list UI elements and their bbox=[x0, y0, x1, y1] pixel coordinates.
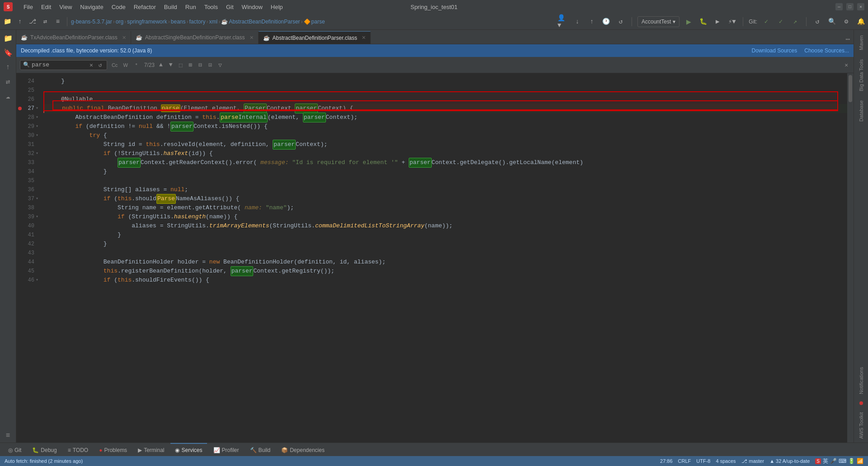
breadcrumb-org[interactable]: org bbox=[116, 19, 123, 25]
choose-sources-link[interactable]: Choose Sources... bbox=[804, 47, 849, 54]
menu-git[interactable]: Git bbox=[222, 3, 237, 11]
project-view-btn[interactable]: 📁 bbox=[2, 16, 13, 27]
breadcrumb-xml[interactable]: xml bbox=[209, 19, 218, 25]
sidebar-pullreq-icon[interactable]: ⇄ bbox=[1, 75, 15, 89]
sidebar-project-icon[interactable]: 📁 bbox=[1, 32, 15, 45]
status-line-ending[interactable]: CRLF bbox=[678, 458, 691, 464]
search-opt3-btn[interactable]: ⊟ bbox=[197, 61, 204, 69]
maximize-button[interactable]: □ bbox=[846, 3, 854, 10]
close-button[interactable]: ✕ bbox=[857, 3, 864, 10]
code-content[interactable]: } @Nullable public final BeanDefinition … bbox=[43, 73, 847, 442]
bottom-tab-debug[interactable]: 🐛 Debug bbox=[28, 443, 61, 456]
big-data-tools-label[interactable]: Big Data Tools bbox=[859, 56, 864, 95]
settings-btn[interactable]: ⚙ bbox=[841, 16, 852, 27]
breadcrumb-jar[interactable]: g-beans-5.3.7.jar bbox=[71, 19, 112, 25]
undo-btn[interactable]: ↺ bbox=[812, 16, 823, 27]
menu-edit[interactable]: Edit bbox=[38, 3, 55, 11]
git-check2[interactable]: ✓ bbox=[775, 16, 786, 27]
tab-abstractbean[interactable]: ☕ AbstractBeanDefinitionParser.class ✕ bbox=[259, 31, 371, 44]
vcs-btn[interactable]: 👤▼ bbox=[557, 16, 568, 27]
fold-46[interactable]: ▾ bbox=[34, 278, 40, 283]
bottom-tab-problems[interactable]: ● Problems bbox=[94, 443, 132, 456]
bottom-tab-git[interactable]: ◎ Git bbox=[4, 443, 26, 456]
fold-27[interactable]: ▾ bbox=[34, 106, 40, 111]
bottom-tab-profiler[interactable]: 📈 Profiler bbox=[209, 443, 244, 456]
sidebar-bookmarks-icon[interactable]: 🔖 bbox=[1, 46, 15, 60]
search-input[interactable] bbox=[32, 61, 86, 68]
search-everywhere-btn[interactable]: 🔍 bbox=[826, 16, 837, 27]
structure-btn[interactable]: ≡ bbox=[52, 16, 63, 27]
run-config-dropdown[interactable]: AccountTest ▾ bbox=[637, 16, 679, 27]
debug-button[interactable]: 🐛 bbox=[698, 16, 708, 27]
search-prev-btn[interactable]: ↺ bbox=[97, 61, 104, 69]
search-options-btn[interactable]: ▽ bbox=[217, 61, 224, 69]
menu-build[interactable]: Build bbox=[160, 3, 181, 11]
fold-32[interactable]: ▾ bbox=[34, 151, 40, 156]
tab-abstractsingle[interactable]: ☕ AbstractSingleBeanDefinitionParser.cla… bbox=[131, 31, 259, 44]
bottom-tab-terminal[interactable]: ▶ Terminal bbox=[133, 443, 169, 456]
git-log-btn[interactable]: ⎇ bbox=[27, 16, 38, 27]
search-word-btn[interactable]: W bbox=[121, 60, 131, 70]
notifications-label[interactable]: Notifications bbox=[859, 363, 864, 398]
minimize-button[interactable]: — bbox=[835, 3, 843, 10]
bottom-tab-services[interactable]: ◉ Services bbox=[170, 443, 207, 456]
search-opt2-btn[interactable]: ⊞ bbox=[187, 61, 194, 69]
editor-scrollbar[interactable] bbox=[847, 73, 854, 442]
rollback-btn[interactable]: ↺ bbox=[615, 16, 626, 27]
status-indent[interactable]: 4 spaces bbox=[716, 458, 736, 464]
search-up-btn[interactable]: ▲ bbox=[157, 61, 165, 68]
status-warnings[interactable]: ▲ 32 A/up-to-date bbox=[769, 458, 810, 464]
menu-refactor[interactable]: Refactor bbox=[130, 3, 160, 11]
push-btn[interactable]: ↑ bbox=[586, 16, 597, 27]
scrollbar-thumb[interactable] bbox=[849, 75, 852, 102]
search-regex-btn[interactable]: * bbox=[132, 60, 142, 70]
aws-toolkit-label[interactable]: AWS Toolkit bbox=[859, 409, 864, 442]
bottom-tab-todo[interactable]: ≡ TODO bbox=[63, 443, 93, 456]
breadcrumb-method[interactable]: parse bbox=[311, 19, 325, 25]
breadcrumb-springframework[interactable]: springframework bbox=[127, 19, 167, 25]
fold-30[interactable]: ▾ bbox=[34, 133, 40, 138]
menu-file[interactable]: File bbox=[20, 3, 37, 11]
tab-close-txadvice[interactable]: ✕ bbox=[122, 35, 126, 41]
search-down-btn[interactable]: ▼ bbox=[167, 61, 175, 68]
fold-37[interactable]: ▾ bbox=[34, 196, 40, 202]
menu-window[interactable]: Window bbox=[238, 3, 266, 11]
status-position[interactable]: 27:86 bbox=[660, 458, 673, 464]
fold-39[interactable]: ▾ bbox=[34, 214, 40, 220]
search-close-btn[interactable]: ✕ bbox=[843, 62, 850, 69]
code-editor[interactable]: 24 25 26 27 ▾ 28 ▾ 29 ▾ 30 ▾ bbox=[16, 73, 854, 442]
fold-29[interactable]: ▾ bbox=[34, 124, 40, 129]
bottom-tab-build[interactable]: 🔨 Build bbox=[245, 443, 275, 456]
profile-button[interactable]: ⚡▼ bbox=[726, 16, 737, 27]
breadcrumb-factory[interactable]: factory bbox=[189, 19, 205, 25]
coverage-button[interactable]: ▶ bbox=[712, 16, 723, 27]
sidebar-structure-icon[interactable]: ≡ bbox=[1, 429, 15, 442]
status-branch[interactable]: ⎇ master bbox=[741, 458, 764, 464]
tab-overflow-btn[interactable]: ⋯ bbox=[842, 35, 854, 44]
menu-run[interactable]: Run bbox=[182, 3, 200, 11]
commit-btn[interactable]: ↑ bbox=[14, 16, 25, 27]
sidebar-aws-icon[interactable]: ☁ bbox=[1, 89, 15, 103]
menu-help[interactable]: Help bbox=[267, 3, 287, 11]
status-encoding[interactable]: UTF-8 bbox=[696, 458, 710, 464]
database-label[interactable]: Database bbox=[859, 97, 864, 125]
menu-tools[interactable]: Tools bbox=[201, 3, 222, 11]
pull-requests-btn[interactable]: ⇄ bbox=[40, 16, 51, 27]
fold-28[interactable]: ▾ bbox=[34, 115, 40, 120]
tab-close-abstractbean[interactable]: ✕ bbox=[362, 35, 366, 41]
menu-code[interactable]: Code bbox=[108, 3, 129, 11]
bottom-tab-dependencies[interactable]: 📦 Dependencies bbox=[277, 443, 329, 456]
download-sources-link[interactable]: Download Sources bbox=[752, 47, 797, 54]
search-clear-btn[interactable]: ✕ bbox=[88, 61, 95, 69]
sidebar-commit-icon[interactable]: ↑ bbox=[1, 61, 15, 74]
run-button[interactable]: ▶ bbox=[683, 16, 694, 27]
menu-view[interactable]: View bbox=[56, 3, 75, 11]
breadcrumb-beans[interactable]: beans bbox=[171, 19, 186, 25]
tab-txadvice[interactable]: ☕ TxAdviceBeanDefinitionParser.class ✕ bbox=[16, 31, 131, 44]
update-btn[interactable]: ↓ bbox=[572, 16, 583, 27]
maven-label[interactable]: Maven bbox=[859, 32, 864, 54]
history-btn[interactable]: 🕐 bbox=[601, 16, 612, 27]
tab-close-abstractsingle[interactable]: ✕ bbox=[250, 35, 254, 41]
breadcrumb-class[interactable]: AbstractBeanDefinitionParser bbox=[229, 19, 300, 25]
notifications-btn[interactable]: 🔔 bbox=[855, 16, 866, 27]
